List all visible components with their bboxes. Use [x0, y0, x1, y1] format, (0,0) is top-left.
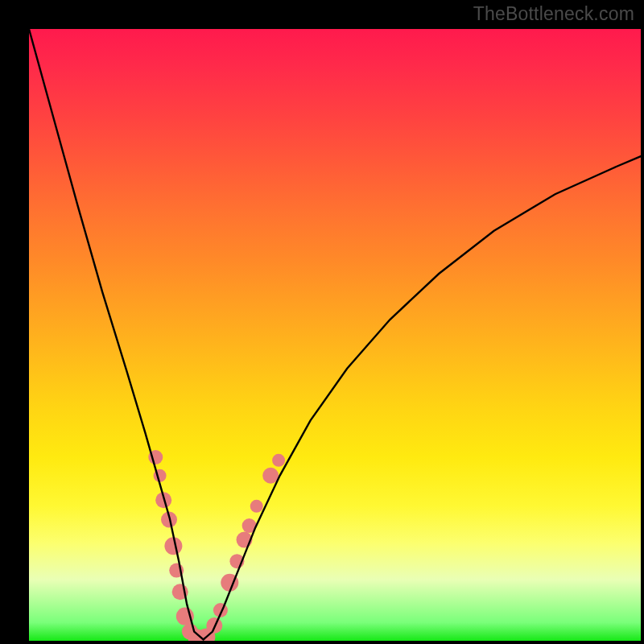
- bottleneck-curve: [29, 29, 641, 640]
- markers-group: [148, 450, 285, 641]
- plot-area: [29, 29, 641, 641]
- chart-frame: TheBottleneck.com: [0, 0, 644, 644]
- chart-svg: [29, 29, 641, 641]
- marker-dot: [272, 454, 285, 467]
- marker-dot: [250, 500, 263, 513]
- watermark-text: TheBottleneck.com: [473, 3, 634, 25]
